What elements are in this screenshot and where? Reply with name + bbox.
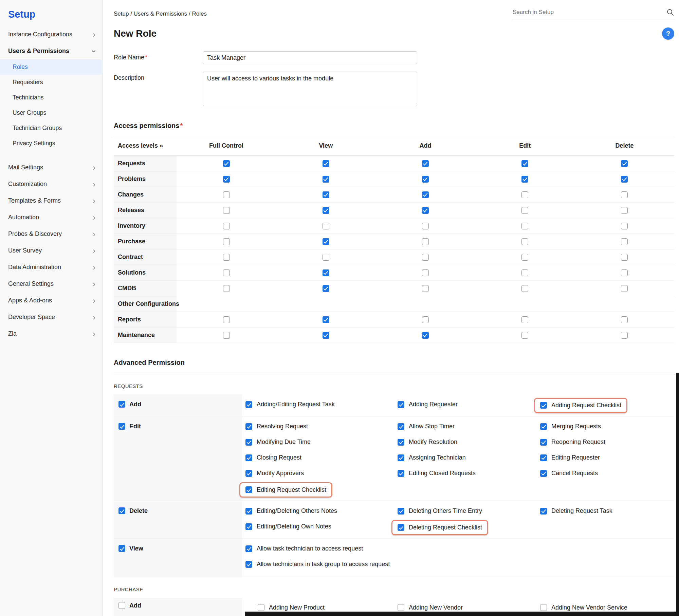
search-icon[interactable]: [666, 8, 674, 16]
checkbox-editing-requester[interactable]: [540, 454, 547, 461]
checkbox-cancel-requests[interactable]: [540, 470, 547, 477]
checkbox-group-add[interactable]: [118, 401, 125, 408]
sidebar-item-templates-forms[interactable]: Templates & Forms›: [0, 192, 102, 209]
checkbox-cmdb-full-control[interactable]: [223, 285, 230, 292]
checkbox-adding-request-checklist[interactable]: [540, 402, 547, 409]
checkbox-reports-view[interactable]: [323, 316, 329, 323]
sidebar-item-apps-add-ons[interactable]: Apps & Add-ons›: [0, 292, 102, 309]
checkbox-solutions-add[interactable]: [422, 269, 429, 276]
checkbox-reopening-request[interactable]: [540, 439, 547, 446]
sidebar-item-automation[interactable]: Automation›: [0, 209, 102, 226]
checkbox-changes-edit[interactable]: [521, 191, 528, 198]
checkbox-reports-edit[interactable]: [521, 316, 528, 323]
checkbox-solutions-delete[interactable]: [621, 269, 628, 276]
checkbox-editing-deleting-others-notes[interactable]: [245, 508, 252, 515]
sidebar-item-user-survey[interactable]: User Survey›: [0, 242, 102, 259]
checkbox-releases-delete[interactable]: [621, 207, 628, 214]
checkbox-solutions-edit[interactable]: [521, 269, 528, 276]
checkbox-allow-technicians-in-task-group-to-access-request[interactable]: [245, 561, 252, 568]
checkbox-group-view[interactable]: [118, 545, 125, 552]
sidebar-subitem-requesters[interactable]: Requesters: [0, 75, 102, 90]
checkbox-purchase-full-control[interactable]: [223, 238, 230, 245]
checkbox-allow-task-technician-to-access-request[interactable]: [245, 545, 252, 552]
checkbox-purchase-delete[interactable]: [621, 238, 628, 245]
checkbox-contract-edit[interactable]: [521, 254, 528, 261]
checkbox-cmdb-delete[interactable]: [621, 285, 628, 292]
checkbox-contract-delete[interactable]: [621, 254, 628, 261]
checkbox-changes-delete[interactable]: [621, 191, 628, 198]
checkbox-changes-full-control[interactable]: [223, 191, 230, 198]
checkbox-maintenance-add[interactable]: [422, 332, 429, 339]
checkbox-editing-closed-requests[interactable]: [398, 470, 404, 477]
checkbox-inventory-full-control[interactable]: [223, 223, 230, 229]
checkbox-inventory-delete[interactable]: [621, 223, 628, 229]
checkbox-inventory-add[interactable]: [422, 223, 429, 229]
vertical-scrollbar[interactable]: [676, 373, 679, 616]
checkbox-inventory-view[interactable]: [323, 223, 329, 229]
checkbox-solutions-full-control[interactable]: [223, 269, 230, 276]
sidebar-item-probes-discovery[interactable]: Probes & Discovery›: [0, 226, 102, 242]
checkbox-closing-request[interactable]: [245, 454, 252, 461]
checkbox-contract-view[interactable]: [323, 254, 329, 261]
checkbox-cmdb-add[interactable]: [422, 285, 429, 292]
help-icon[interactable]: ?: [662, 27, 674, 40]
search-input[interactable]: [512, 8, 655, 16]
checkbox-problems-view[interactable]: [323, 176, 329, 183]
checkbox-changes-add[interactable]: [422, 191, 429, 198]
checkbox-problems-edit[interactable]: [521, 176, 528, 183]
checkbox-deleting-others-time-entry[interactable]: [398, 508, 404, 515]
checkbox-releases-edit[interactable]: [521, 207, 528, 214]
checkbox-reports-full-control[interactable]: [223, 316, 230, 323]
checkbox-reports-add[interactable]: [422, 316, 429, 323]
checkbox-purchase-add[interactable]: [422, 238, 429, 245]
checkbox-requests-full-control[interactable]: [223, 160, 230, 167]
sidebar-item-instance-configurations[interactable]: Instance Configurations›: [0, 26, 102, 43]
checkbox-resolving-request[interactable]: [245, 423, 252, 430]
sidebar-item-general-settings[interactable]: General Settings›: [0, 276, 102, 292]
checkbox-editing-request-checklist[interactable]: [245, 486, 252, 493]
checkbox-reports-delete[interactable]: [621, 316, 628, 323]
checkbox-adding-requester[interactable]: [398, 401, 404, 408]
checkbox-changes-view[interactable]: [323, 191, 329, 198]
sidebar-subitem-user-groups[interactable]: User Groups: [0, 105, 102, 120]
sidebar-subitem-technician-groups[interactable]: Technician Groups: [0, 120, 102, 136]
checkbox-allow-stop-timer[interactable]: [398, 423, 404, 430]
checkbox-releases-add[interactable]: [422, 207, 429, 214]
checkbox-requests-add[interactable]: [422, 160, 429, 167]
checkbox-problems-delete[interactable]: [621, 176, 628, 183]
checkbox-adding-editing-request-task[interactable]: [245, 401, 252, 408]
checkbox-requests-delete[interactable]: [621, 160, 628, 167]
checkbox-group-edit[interactable]: [118, 423, 125, 430]
checkbox-adding-new-vendor[interactable]: [398, 604, 404, 611]
checkbox-problems-add[interactable]: [422, 176, 429, 183]
checkbox-modifying-due-time[interactable]: [245, 439, 252, 446]
sidebar-subitem-roles[interactable]: Roles: [0, 59, 102, 75]
sidebar-item-customization[interactable]: Customization›: [0, 176, 102, 192]
sidebar-subitem-privacy-settings[interactable]: Privacy Settings: [0, 136, 102, 151]
role-name-input[interactable]: [203, 51, 417, 64]
sidebar-item-data-administration[interactable]: Data Administration›: [0, 259, 102, 276]
horizontal-scrollbar[interactable]: [245, 612, 676, 616]
checkbox-deleting-request-checklist[interactable]: [398, 524, 404, 531]
checkbox-modify-resolution[interactable]: [398, 439, 404, 446]
checkbox-editing-deleting-own-notes[interactable]: [245, 523, 252, 530]
checkbox-adding-new-vendor-service[interactable]: [540, 604, 547, 611]
checkbox-contract-full-control[interactable]: [223, 254, 230, 261]
checkbox-adding-new-product[interactable]: [258, 604, 264, 611]
sidebar-item-developer-space[interactable]: Developer Space›: [0, 309, 102, 325]
checkbox-group-delete[interactable]: [118, 507, 125, 514]
checkbox-cmdb-view[interactable]: [323, 285, 329, 292]
checkbox-assigning-technician[interactable]: [398, 454, 404, 461]
checkbox-maintenance-full-control[interactable]: [223, 332, 230, 339]
sidebar-subitem-technicians[interactable]: Technicians: [0, 90, 102, 105]
checkbox-cmdb-edit[interactable]: [521, 285, 528, 292]
sidebar-item-users-permissions[interactable]: Users & Permissions›: [0, 43, 102, 59]
checkbox-releases-view[interactable]: [323, 207, 329, 214]
checkbox-purchase-view[interactable]: [323, 238, 329, 245]
checkbox-merging-requests[interactable]: [540, 423, 547, 430]
sidebar-item-zia[interactable]: Zia›: [0, 325, 102, 342]
checkbox-solutions-view[interactable]: [323, 269, 329, 276]
checkbox-releases-full-control[interactable]: [223, 207, 230, 214]
checkbox-problems-full-control[interactable]: [223, 176, 230, 183]
sidebar-item-mail-settings[interactable]: Mail Settings›: [0, 159, 102, 176]
